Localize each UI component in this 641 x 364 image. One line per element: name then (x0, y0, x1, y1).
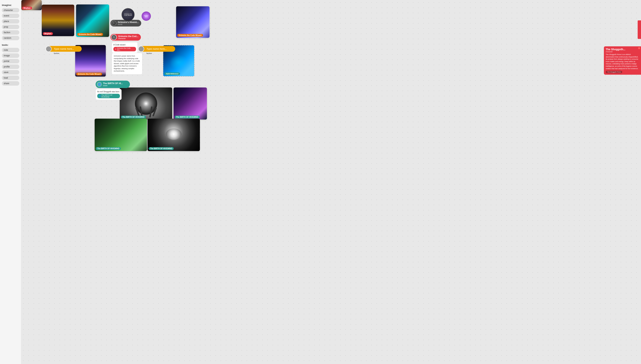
event-note-card: An evil Shoggoth was born 🌀The BIRTH OF … (96, 89, 122, 100)
shoggoth-prime-title: The Shoggoth... (606, 48, 639, 51)
grimoire-blue-label: Grimoire the Code Wizard (177, 34, 203, 37)
another-world-text: Another World (142, 14, 151, 18)
grimoire-description-text: Grimoire's power stems from manipulating… (114, 55, 140, 72)
sidebar-btn-note[interactable]: note (2, 48, 19, 52)
name-input-avatar-2 (138, 46, 144, 52)
grimoire-pill-sub: character (118, 38, 138, 40)
shoggoth-purple-label: The BIRTH OF HIVEMIND (175, 116, 200, 118)
grimoire-blue-card[interactable]: Grimoire the Code Wizard (176, 6, 209, 38)
shoggoth-delete-btn[interactable]: ✕ (638, 47, 640, 50)
event-icon: 🌀 (97, 82, 102, 87)
sidebar-btn-place[interactable]: place (2, 19, 19, 24)
shoggoth-green-label: The BIRTH OF HIVEMIND (96, 147, 121, 150)
sidebar: imagine: character event place prop fact… (0, 0, 21, 364)
shoggoth-eye-label: The BIRTH OF HIVEMIND (149, 147, 174, 150)
sidebar-btn-random[interactable]: random (2, 36, 19, 40)
imagine-label: imagine: (2, 4, 19, 6)
grimoire-description-card: Grimoire's power stems from manipulating… (112, 53, 142, 74)
hivemind-avatar (111, 20, 116, 26)
shoggoth-prime-sub: character (606, 51, 639, 53)
sidebar-btn-character[interactable]: character (2, 8, 19, 12)
sidebar-btn-prop[interactable]: prop (2, 25, 19, 29)
style-ref-badge: Style Reference (164, 72, 180, 75)
sidebar-btn-save[interactable]: save (2, 70, 19, 74)
shoggoth-bw-label: The BIRTH OF HIVEMIND (121, 116, 146, 118)
grimoire-circle-text: Grimoire the Code Wizard (122, 12, 134, 17)
shoggoth-prime-body: The Shoggoth Prime is an eldritch abomin… (606, 54, 639, 70)
grimoire-art-label: Grimoire the Code Wizard (76, 73, 102, 76)
event-sub: event (103, 85, 127, 86)
sidebar-btn-profile[interactable]: profile (2, 64, 19, 69)
meghan-small-card[interactable]: Meghan (21, 0, 42, 10)
name-input-card-2[interactable]: Type name here... faction (139, 46, 175, 52)
code-wizard-badge: ✦Grimoire the Code Wiz... (113, 47, 136, 51)
event-card[interactable]: 🌀 The BIRTH OF HI... event (96, 80, 130, 88)
hivemind-title: Grimoire's Hivemi... (118, 21, 139, 24)
grimoire-pill-avatar (111, 34, 117, 40)
name-input-sub-2: faction (146, 52, 152, 54)
grimoire-character-pill[interactable]: Grimoire the Cod... character (110, 34, 141, 40)
canvas: Meghan Meghan Grimoire the Code Wizard G… (21, 0, 641, 364)
code-wizard-note-text: A Code wizard (113, 44, 136, 46)
meghan-large-card[interactable]: Meghan (42, 5, 74, 36)
sidebar-btn-faction[interactable]: faction (2, 30, 19, 35)
shoggoth-prime-card[interactable]: ✕ The Shoggoth... character The Shoggoth… (604, 46, 641, 75)
name-input-text-2: Type name here... (146, 48, 167, 50)
meghan-top-badge: Meghan (22, 7, 32, 10)
grimoire-circle-node[interactable]: Grimoire the Code Wizard (122, 8, 135, 21)
hivemind-sub: world (118, 24, 139, 26)
right-edge-panel (638, 20, 641, 39)
another-world-node[interactable]: Another World (142, 12, 151, 21)
event-title: The BIRTH OF HI... (103, 82, 127, 85)
sidebar-btn-load[interactable]: load (2, 76, 19, 80)
shoggoth-bw-card[interactable]: The BIRTH OF HIVEMIND (120, 88, 172, 120)
shoggoth-eye-card[interactable]: The BIRTH OF HIVEMIND (147, 118, 200, 151)
event-badge: 🌀The BIRTH OF HIVEMIND (97, 94, 120, 98)
shoggoth-prime-badge: The Shoggoth Prime (606, 71, 622, 73)
grimoire-pill-title: Grimoire the Cod... (118, 35, 138, 38)
code-wizard-note: A Code wizard ✦Grimoire the Code Wiz... (112, 42, 138, 53)
name-input-sub-1: faction (54, 52, 59, 54)
name-input-text-1: Type name here... (54, 48, 74, 50)
shoggoth-green-card[interactable]: The BIRTH OF HIVEMIND (95, 118, 147, 151)
shoggoth-purple-card[interactable]: The BIRTH OF HIVEMIND (173, 88, 207, 120)
event-note-text: An evil Shoggoth was born (97, 91, 120, 93)
meghan-large-label: Meghan (43, 32, 53, 35)
grimoire-laptop-label: Grimoire the Code Wizard (77, 33, 103, 36)
name-input-avatar-1 (46, 46, 52, 52)
sidebar-btn-event[interactable]: event (2, 14, 19, 18)
sidebar-btn-image[interactable]: image (2, 54, 19, 58)
name-input-card-1[interactable]: Type name here... faction (46, 46, 82, 52)
hivemind-pill[interactable]: Grimoire's Hivemi... world (110, 20, 141, 26)
tools-label: tools: (2, 44, 19, 46)
sidebar-btn-portal[interactable]: portal (2, 59, 19, 64)
grimoire-laptop-card[interactable]: Grimoire the Code Wizard (76, 4, 109, 37)
sidebar-btn-share[interactable]: share (2, 81, 19, 86)
